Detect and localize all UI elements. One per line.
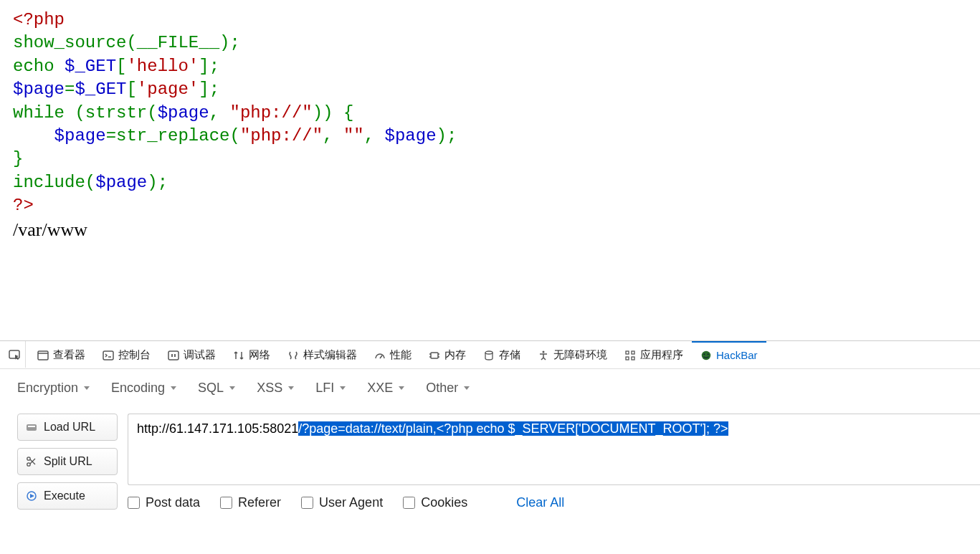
hackbar-panel: Encryption Encoding SQL XSS LFI XXE Othe… — [0, 368, 980, 516]
tab-label: 样式编辑器 — [303, 348, 357, 362]
tab-label: HackBar — [716, 349, 758, 361]
tab-label: 查看器 — [53, 348, 85, 362]
tab-label: 内存 — [444, 348, 466, 362]
svg-point-21 — [708, 353, 709, 355]
svg-point-14 — [543, 350, 545, 353]
checkbox-label: Post data — [146, 495, 200, 510]
load-url-icon — [25, 421, 38, 434]
tab-hackbar[interactable]: HackBar — [692, 341, 766, 368]
caret-icon — [84, 386, 90, 390]
style-icon — [287, 350, 299, 361]
hackbar-options-row: Post data Referer User Agent Cookies Cle… — [128, 495, 980, 510]
tab-network[interactable]: 网络 — [224, 341, 279, 368]
split-url-icon — [25, 455, 38, 468]
url-text-selected: /?page=data://text/plain,<?php echo $_SE… — [298, 421, 728, 436]
checkbox-label: Referer — [238, 495, 281, 510]
svg-rect-0 — [9, 350, 19, 358]
svg-line-7 — [380, 355, 382, 358]
button-label: Execute — [44, 489, 85, 502]
php-source-code: <?php show_source(__FILE__); echo $_GET[… — [13, 9, 967, 218]
url-input[interactable]: http://61.147.171.105:58021/?page=data:/… — [128, 414, 980, 485]
button-label: Split URL — [44, 455, 92, 468]
menu-encoding[interactable]: Encoding — [111, 381, 176, 396]
tab-label: 控制台 — [118, 348, 151, 362]
menu-encryption[interactable]: Encryption — [17, 381, 90, 396]
svg-point-20 — [703, 353, 705, 355]
tab-label: 调试器 — [184, 348, 216, 362]
svg-rect-15 — [626, 351, 629, 354]
svg-rect-1 — [38, 351, 48, 360]
checkbox-label: Cookies — [421, 495, 467, 510]
application-icon — [624, 350, 636, 361]
tab-inspector[interactable]: 查看器 — [29, 341, 94, 368]
tab-label: 无障碍环境 — [553, 348, 607, 362]
menu-lfi[interactable]: LFI — [315, 381, 346, 396]
tab-memory[interactable]: 内存 — [420, 341, 475, 368]
svg-rect-3 — [103, 351, 113, 360]
checkbox-label: User Agent — [319, 495, 383, 510]
caret-icon — [340, 386, 346, 390]
hackbar-menu-bar: Encryption Encoding SQL XSS LFI XXE Othe… — [17, 375, 980, 401]
tab-label: 网络 — [249, 348, 270, 362]
menu-xxe[interactable]: XXE — [367, 381, 404, 396]
tab-application[interactable]: 应用程序 — [616, 341, 692, 368]
clear-all-link[interactable]: Clear All — [516, 495, 564, 510]
memory-icon — [429, 350, 440, 361]
checkbox-input[interactable] — [128, 497, 140, 509]
tab-label: 应用程序 — [640, 348, 683, 362]
console-icon — [103, 350, 114, 361]
execute-icon — [25, 489, 38, 502]
checkbox-input[interactable] — [403, 497, 415, 509]
php-close-tag: ?> — [13, 196, 34, 215]
svg-rect-16 — [632, 351, 634, 354]
picker-icon — [9, 348, 22, 361]
inspector-icon — [37, 350, 49, 361]
performance-icon — [374, 350, 386, 361]
svg-point-24 — [27, 457, 30, 460]
page-content: <?php show_source(__FILE__); echo $_GET[… — [0, 0, 980, 249]
tab-storage[interactable]: 存储 — [475, 341, 529, 368]
checkbox-input[interactable] — [301, 497, 313, 509]
fn-show-source: show_source — [13, 33, 126, 52]
execute-button[interactable]: Execute — [17, 482, 118, 510]
svg-rect-4 — [168, 351, 179, 360]
load-url-button[interactable]: Load URL — [17, 414, 118, 441]
hackbar-icon — [700, 350, 712, 361]
caret-icon — [399, 386, 404, 390]
caret-icon — [464, 386, 470, 390]
cookies-checkbox[interactable]: Cookies — [403, 495, 467, 510]
tab-accessibility[interactable]: 无障碍环境 — [529, 341, 616, 368]
caret-icon — [229, 386, 235, 390]
network-icon — [233, 350, 244, 361]
svg-rect-18 — [632, 357, 634, 360]
devtools-tab-bar: 查看器 控制台 调试器 网络 样式编辑器 性能 内存 存储 — [0, 341, 980, 368]
user-agent-checkbox[interactable]: User Agent — [301, 495, 383, 510]
button-label: Load URL — [44, 421, 95, 434]
post-data-checkbox[interactable]: Post data — [128, 495, 200, 510]
hackbar-action-buttons: Load URL Split URL Execute — [17, 414, 118, 510]
php-open-tag: <?php — [13, 10, 65, 29]
url-text-plain: http://61.147.171.105:58021 — [137, 421, 298, 436]
tab-style-editor[interactable]: 样式编辑器 — [279, 341, 366, 368]
storage-icon — [483, 350, 495, 361]
accessibility-icon — [538, 350, 549, 361]
svg-point-13 — [485, 351, 493, 354]
referer-checkbox[interactable]: Referer — [220, 495, 281, 510]
checkbox-input[interactable] — [220, 497, 232, 509]
caret-icon — [171, 386, 176, 390]
menu-xss[interactable]: XSS — [257, 381, 294, 396]
tab-label: 性能 — [390, 348, 411, 362]
svg-rect-22 — [27, 424, 37, 431]
svg-point-19 — [702, 350, 710, 359]
menu-sql[interactable]: SQL — [198, 381, 235, 396]
tab-performance[interactable]: 性能 — [366, 341, 420, 368]
tab-debugger[interactable]: 调试器 — [159, 341, 224, 368]
element-picker-button[interactable] — [4, 341, 26, 368]
svg-marker-27 — [30, 494, 34, 498]
svg-point-25 — [27, 463, 30, 466]
devtools-panel: 查看器 控制台 调试器 网络 样式编辑器 性能 内存 存储 — [0, 340, 980, 554]
split-url-button[interactable]: Split URL — [17, 448, 118, 475]
menu-other[interactable]: Other — [426, 381, 470, 396]
page-output-text: /var/www — [13, 219, 967, 241]
tab-console[interactable]: 控制台 — [94, 341, 159, 368]
